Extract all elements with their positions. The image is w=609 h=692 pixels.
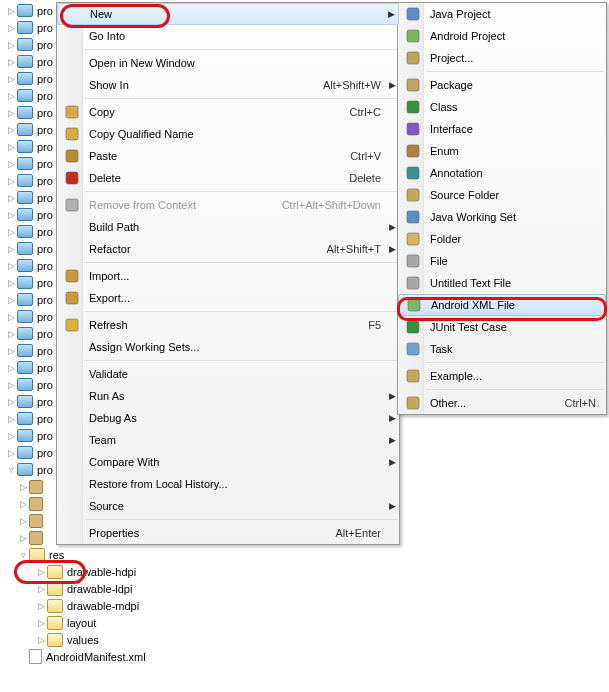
res-subfolder[interactable]: ▷drawable-hdpi (0, 563, 240, 580)
twisty-icon[interactable]: ▷ (6, 193, 16, 203)
twisty-icon[interactable]: ▷ (6, 448, 16, 458)
tree-label: pro (37, 5, 53, 17)
menu-item[interactable]: Java Working Set (398, 206, 606, 228)
menu-item[interactable]: PasteCtrl+V (57, 145, 399, 167)
twisty-icon[interactable]: ▷ (6, 125, 16, 135)
res-folder[interactable]: ▿res (0, 546, 240, 563)
menu-item[interactable]: Import... (57, 265, 399, 287)
menu-item[interactable]: Task (398, 338, 606, 360)
twisty-icon[interactable]: ▷ (6, 57, 16, 67)
menu-item[interactable]: Enum (398, 140, 606, 162)
menu-item[interactable]: Untitled Text File (398, 272, 606, 294)
menu-item[interactable]: File (398, 250, 606, 272)
menu-item[interactable]: Android XML File (398, 294, 606, 316)
twisty-icon[interactable]: ▷ (36, 635, 46, 645)
twisty-icon[interactable]: ▷ (6, 176, 16, 186)
twisty-icon[interactable]: ▷ (36, 601, 46, 611)
twisty-icon[interactable]: ▷ (6, 227, 16, 237)
menu-item[interactable]: CopyCtrl+C (57, 101, 399, 123)
twisty-icon[interactable]: ▷ (18, 516, 28, 526)
menu-item[interactable]: Class (398, 96, 606, 118)
menu-item[interactable]: Assign Working Sets... (57, 336, 399, 358)
svg-rect-22 (407, 321, 419, 333)
menu-item[interactable]: Other...Ctrl+N (398, 392, 606, 414)
menu-icon-empty (59, 495, 85, 517)
menu-item[interactable]: Team▶ (57, 429, 399, 451)
menu-item[interactable]: Example... (398, 365, 606, 387)
menu-item[interactable]: Project... (398, 47, 606, 69)
twisty-icon[interactable]: ▷ (6, 397, 16, 407)
res-subfolder[interactable]: ▷values (0, 631, 240, 648)
twisty-icon[interactable]: ▿ (6, 465, 16, 475)
menu-item[interactable]: Show InAlt+Shift+W▶ (57, 74, 399, 96)
menu-item[interactable]: Open in New Window (57, 52, 399, 74)
twisty-icon[interactable]: ▷ (18, 482, 28, 492)
menu-icon-empty (59, 216, 85, 238)
menu-item[interactable]: Annotation (398, 162, 606, 184)
tree-label: pro (37, 158, 53, 170)
twisty-icon[interactable]: ▷ (18, 533, 28, 543)
menu-item[interactable]: Folder (398, 228, 606, 250)
menu-item[interactable]: RefreshF5 (57, 314, 399, 336)
menu-item[interactable]: Restore from Local History... (57, 473, 399, 495)
menu-item[interactable]: Build Path▶ (57, 216, 399, 238)
twisty-icon[interactable]: ▷ (36, 567, 46, 577)
menu-item[interactable]: Source Folder (398, 184, 606, 206)
menu-item-label: File (426, 255, 600, 267)
twisty-icon[interactable]: ▷ (6, 23, 16, 33)
twisty-icon[interactable]: ▷ (6, 278, 16, 288)
tree-label: pro (37, 328, 53, 340)
menu-item[interactable]: Compare With▶ (57, 451, 399, 473)
res-subfolder[interactable]: ▷drawable-ldpi (0, 580, 240, 597)
menu-item[interactable]: Go Into (57, 25, 399, 47)
twisty-icon[interactable]: ▷ (6, 91, 16, 101)
twisty-icon[interactable]: ▷ (6, 414, 16, 424)
menu-item[interactable]: Package (398, 74, 606, 96)
menu-item[interactable]: Source▶ (57, 495, 399, 517)
twisty-icon[interactable]: ▷ (6, 108, 16, 118)
menu-item[interactable]: Run As▶ (57, 385, 399, 407)
menu-separator (85, 311, 397, 312)
twisty-icon[interactable]: ▷ (6, 74, 16, 84)
menu-item[interactable]: New▶ (57, 3, 399, 25)
twisty-icon[interactable]: ▷ (6, 329, 16, 339)
menu-separator (426, 389, 604, 390)
menu-item[interactable]: Export... (57, 287, 399, 309)
menu-item[interactable]: Java Project (398, 3, 606, 25)
twisty-icon[interactable]: ▷ (36, 618, 46, 628)
menu-item-label: Remove from Context (85, 199, 282, 211)
twisty-icon[interactable]: ▷ (6, 159, 16, 169)
package-icon (29, 531, 43, 545)
res-subfolder[interactable]: ▷layout (0, 614, 240, 631)
twisty-icon[interactable]: ▷ (6, 312, 16, 322)
twisty-icon[interactable]: ▷ (6, 142, 16, 152)
twisty-icon[interactable]: ▷ (6, 210, 16, 220)
menu-item-accel: Ctrl+N (565, 397, 600, 409)
twisty-icon[interactable]: ▷ (6, 261, 16, 271)
menu-item[interactable]: Validate (57, 363, 399, 385)
twisty-icon[interactable]: ▷ (36, 584, 46, 594)
twisty-icon[interactable]: ▷ (6, 431, 16, 441)
menu-item[interactable]: Android Project (398, 25, 606, 47)
twisty-icon[interactable]: ▿ (18, 550, 28, 560)
folder-icon (17, 429, 33, 442)
twisty-icon[interactable]: ▷ (6, 295, 16, 305)
menu-item[interactable]: Debug As▶ (57, 407, 399, 429)
menu-item[interactable]: PropertiesAlt+Enter (57, 522, 399, 544)
menu-item[interactable]: JUnit Test Case (398, 316, 606, 338)
menu-item[interactable]: RefactorAlt+Shift+T▶ (57, 238, 399, 260)
twisty-icon[interactable]: ▷ (18, 499, 28, 509)
res-subfolder[interactable]: ▷drawable-mdpi (0, 597, 240, 614)
manifest-file[interactable]: ▷AndroidManifest.xml (0, 648, 240, 665)
twisty-icon[interactable]: ▷ (6, 244, 16, 254)
twisty-icon[interactable]: ▷ (6, 40, 16, 50)
menu-separator (85, 49, 397, 50)
twisty-icon[interactable]: ▷ (6, 6, 16, 16)
menu-item[interactable]: Interface (398, 118, 606, 140)
twisty-icon[interactable]: ▷ (6, 380, 16, 390)
menu-item[interactable]: Remove from ContextCtrl+Alt+Shift+Down (57, 194, 399, 216)
menu-item[interactable]: DeleteDelete (57, 167, 399, 189)
twisty-icon[interactable]: ▷ (6, 346, 16, 356)
menu-item[interactable]: Copy Qualified Name (57, 123, 399, 145)
twisty-icon[interactable]: ▷ (6, 363, 16, 373)
